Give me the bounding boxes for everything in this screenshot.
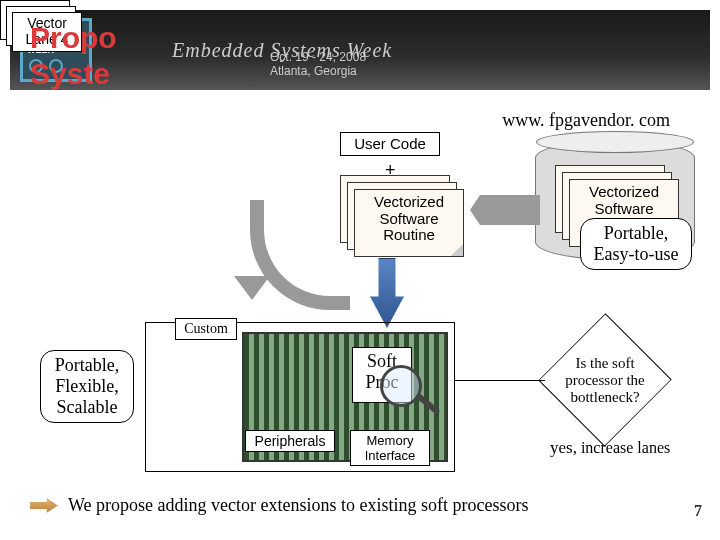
magnifier-icon <box>380 365 422 407</box>
arrow-curve-icon <box>250 200 350 310</box>
banner-subtitle: Oct. 19 - 24, 2008Atlanta, Georgia <box>270 50 366 78</box>
conclusion-row: We propose adding vector extensions to e… <box>30 495 690 516</box>
conclusion-text: We propose adding vector extensions to e… <box>68 495 528 516</box>
decision-yes-branch: yes, increase lanes <box>550 438 670 458</box>
connector-line <box>455 380 545 381</box>
page-number: 7 <box>694 502 702 520</box>
pointing-hand-icon <box>30 497 58 515</box>
arrow-down-icon <box>370 258 404 328</box>
slide-title: PropoSyste <box>30 20 117 92</box>
memory-interface-label: Memory Interface <box>350 430 430 466</box>
callout-portable-flexible: Portable, Flexible, Scalable <box>40 350 134 423</box>
user-code-box: User Code <box>340 132 440 156</box>
vendor-url: www. fpgavendor. com <box>502 110 670 131</box>
callout-portable-easy: Portable, Easy-to-use <box>580 218 692 270</box>
peripherals-label: Peripherals <box>245 430 335 452</box>
vectorized-routine-card: Vectorized Software Routine <box>354 189 464 257</box>
arrow-left-icon <box>470 195 540 225</box>
decision-diamond: Is the soft processor the bottleneck? <box>540 330 670 430</box>
custom-label: Custom <box>175 318 237 340</box>
